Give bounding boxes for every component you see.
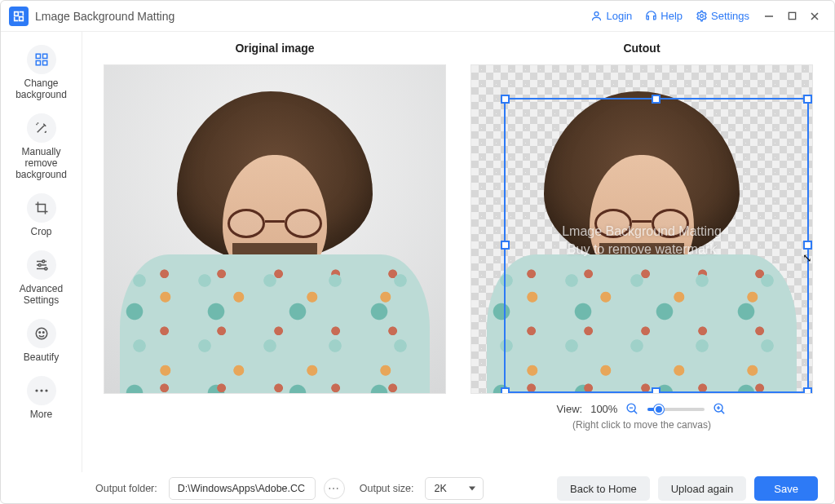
handle-top-left[interactable] [501, 95, 510, 104]
handle-bot-mid[interactable] [652, 387, 660, 394]
more-icon [27, 376, 56, 405]
zoom-label: View: [557, 403, 583, 415]
svg-rect-3 [36, 54, 40, 58]
output-size-label: Output size: [360, 483, 414, 494]
sidebar-item-label: More [30, 409, 52, 420]
selection-box[interactable]: ⤡ [504, 98, 809, 393]
cutout-canvas[interactable]: Lmage Background Matting Buy to remove w… [471, 64, 813, 394]
minimize-button[interactable] [758, 5, 780, 28]
bottom-bar: Output folder: ⋯ Output size: 2K Back to… [1, 472, 834, 504]
change-background-icon [27, 45, 56, 74]
svg-rect-6 [42, 61, 46, 65]
svg-point-0 [594, 12, 599, 16]
zoom-slider[interactable] [647, 408, 705, 411]
settings-label: Settings [711, 10, 749, 22]
sidebar-item-more[interactable]: More [5, 376, 78, 420]
crop-icon [27, 193, 56, 223]
svg-rect-5 [36, 61, 40, 65]
original-image [104, 64, 446, 394]
svg-point-13 [35, 389, 38, 391]
cutout-title: Cutout [623, 42, 660, 55]
login-link[interactable]: Login [590, 10, 632, 22]
close-button[interactable] [803, 5, 826, 28]
output-folder-input[interactable] [169, 477, 316, 500]
zoom-in-icon[interactable] [713, 402, 727, 416]
handle-mid-left[interactable] [501, 241, 510, 250]
wand-icon [27, 113, 56, 143]
main-area: Original image Cutout Lmage Backg [82, 32, 834, 472]
help-link[interactable]: Help [645, 10, 683, 22]
settings-link[interactable]: Settings [696, 10, 749, 22]
sidebar-item-beautify[interactable]: Beautify [5, 319, 78, 363]
sidebar-item-label: Manually remove background [5, 146, 78, 180]
app-logo-icon [9, 7, 29, 26]
save-button[interactable]: Save [754, 476, 818, 501]
svg-point-15 [45, 389, 47, 391]
upload-again-button[interactable]: Upload again [658, 476, 747, 501]
zoom-hint: (Right click to move the canvas) [572, 419, 711, 431]
sidebar-item-manual-remove[interactable]: Manually remove background [5, 113, 78, 180]
sidebar-item-crop[interactable]: Crop [5, 193, 78, 237]
svg-point-14 [40, 389, 42, 391]
sidebar-item-advanced[interactable]: Advanced Settings [5, 250, 78, 306]
sidebar: Change background Manually remove backgr… [1, 32, 82, 472]
output-size-value: 2K [434, 483, 446, 494]
sidebar-item-label: Crop [30, 226, 51, 237]
handle-top-right[interactable] [803, 95, 812, 104]
svg-point-9 [44, 267, 46, 270]
handle-top-mid[interactable] [652, 95, 660, 104]
zoom-value: 100% [590, 403, 617, 415]
svg-point-12 [42, 332, 44, 334]
svg-point-7 [42, 260, 44, 263]
output-size-select[interactable]: 2K [425, 477, 484, 500]
original-title: Original image [235, 42, 314, 55]
sidebar-item-label: Beautify [24, 351, 59, 363]
cutout-pane: Cutout Lmage Background Matting Buy to r… [469, 42, 815, 431]
zoom-slider-thumb[interactable] [654, 405, 664, 414]
output-folder-label: Output folder: [95, 483, 157, 494]
sidebar-item-change-background[interactable]: Change background [5, 45, 78, 100]
app-title: Lmage Background Matting [35, 10, 175, 23]
svg-point-10 [36, 328, 47, 339]
svg-point-8 [38, 264, 41, 267]
browse-folder-button[interactable]: ⋯ [324, 478, 345, 499]
sidebar-item-label: Change background [5, 77, 78, 100]
handle-bot-left[interactable] [501, 387, 510, 394]
original-pane: Original image [102, 42, 448, 431]
zoom-controls: View: 100% [557, 402, 727, 416]
svg-rect-4 [42, 54, 46, 58]
maximize-button[interactable] [780, 5, 803, 28]
beautify-icon [27, 319, 56, 348]
svg-point-1 [700, 15, 704, 18]
login-label: Login [606, 10, 632, 22]
sidebar-item-label: Advanced Settings [5, 283, 78, 306]
handle-mid-right[interactable] [803, 241, 812, 250]
help-label: Help [660, 10, 683, 22]
zoom-out-icon[interactable] [625, 402, 639, 416]
back-home-button[interactable]: Back to Home [557, 476, 650, 501]
svg-rect-2 [789, 12, 795, 19]
handle-bot-right[interactable] [803, 387, 812, 394]
titlebar: Lmage Background Matting Login Help Sett… [1, 1, 834, 32]
svg-point-11 [39, 332, 41, 334]
sliders-icon [27, 250, 56, 280]
